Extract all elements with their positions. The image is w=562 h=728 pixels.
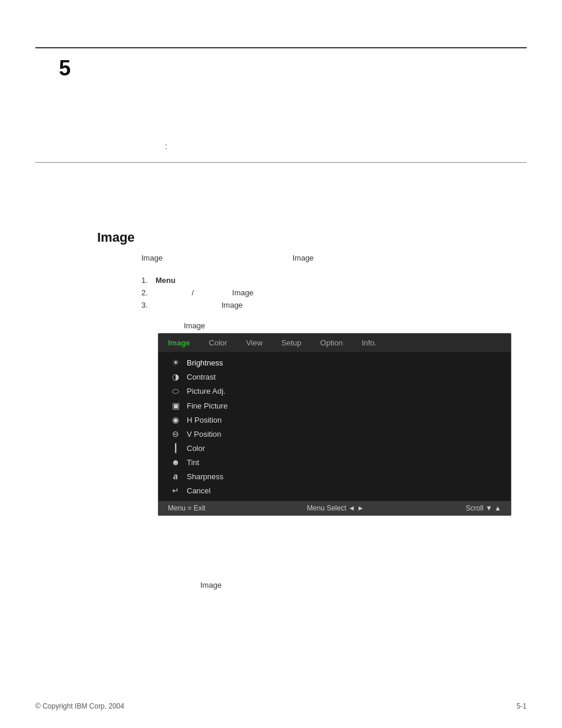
fine-picture-label: Fine Picture xyxy=(187,401,227,410)
osd-caption: Image xyxy=(200,581,222,589)
osd-tab-color[interactable]: Color xyxy=(200,334,237,352)
brightness-label: Brightness xyxy=(187,358,223,367)
hposition-icon: ◉ xyxy=(169,415,182,424)
osd-item-fine-picture[interactable]: ▣ Fine Picture xyxy=(158,398,511,413)
hposition-label: H Position xyxy=(187,416,222,424)
osd-tab-view[interactable]: View xyxy=(237,334,272,352)
osd-container: Image Color View Setup Option Info. ☀ Br… xyxy=(158,333,511,516)
tint-icon: ☻ xyxy=(169,457,182,467)
osd-item-hposition[interactable]: ◉ H Position xyxy=(158,413,511,427)
sharpness-icon: a xyxy=(169,472,182,481)
step-2-text: / Image xyxy=(156,288,332,297)
desc-prefix: Image xyxy=(141,253,163,262)
osd-item-sharpness[interactable]: a Sharpness xyxy=(158,469,511,483)
contrast-label: Contrast xyxy=(187,373,216,381)
color-icon: ┃ xyxy=(169,443,182,453)
osd-item-cancel[interactable]: ↵ Cancel xyxy=(158,483,511,498)
page-number: 5-1 xyxy=(517,702,527,710)
sharpness-label: Sharpness xyxy=(187,472,223,481)
osd-tab-info[interactable]: Info. xyxy=(352,334,386,352)
footer: © Copyright IBM Corp. 2004 5-1 xyxy=(35,702,527,710)
chapter-number: 5 xyxy=(59,56,71,81)
colon-label: : xyxy=(165,141,167,151)
desc-suffix: Image xyxy=(292,253,313,262)
fine-picture-icon: ▣ xyxy=(169,401,182,410)
picture-adj-label: Picture Adj. xyxy=(187,387,226,396)
statusbar-right: Scroll ▼ ▲ xyxy=(466,504,501,512)
osd-item-color[interactable]: ┃ Color xyxy=(158,441,511,455)
osd-items: ☀ Brightness ◑ Contrast ⬭ Picture Adj. ▣… xyxy=(158,352,511,501)
step-3-num: 3. xyxy=(141,301,156,309)
step-1: 1. Menu xyxy=(141,276,332,285)
step-3-text: Image xyxy=(156,301,322,309)
steps-container: 1. Menu 2. / Image 3. I xyxy=(141,276,332,313)
osd-item-vposition[interactable]: ⊖ V Position xyxy=(158,427,511,441)
top-rule xyxy=(35,47,527,48)
osd-item-brightness[interactable]: ☀ Brightness xyxy=(158,355,511,370)
desc-line1: Image Image xyxy=(141,253,314,262)
osd-item-tint[interactable]: ☻ Tint xyxy=(158,455,511,469)
contrast-icon: ◑ xyxy=(169,372,182,381)
brightness-icon: ☀ xyxy=(169,358,182,367)
step-3: 3. Image xyxy=(141,301,332,309)
cancel-label: Cancel xyxy=(187,486,210,495)
step-1-num: 1. xyxy=(141,276,156,285)
osd-tab-option[interactable]: Option xyxy=(311,334,352,352)
step-2: 2. / Image xyxy=(141,288,332,297)
osd-tab-setup[interactable]: Setup xyxy=(272,334,311,352)
tint-label: Tint xyxy=(187,458,199,467)
vposition-label: V Position xyxy=(187,430,222,439)
statusbar-center: Menu Select ◄ ► xyxy=(307,504,364,512)
submenu-label: Image xyxy=(184,321,205,330)
second-rule xyxy=(35,162,527,163)
osd-tab-image[interactable]: Image xyxy=(158,334,200,352)
step-2-num: 2. xyxy=(141,288,156,297)
color-label: Color xyxy=(187,444,205,453)
osd-statusbar: Menu = Exit Menu Select ◄ ► Scroll ▼ ▲ xyxy=(158,501,511,515)
copyright: © Copyright IBM Corp. 2004 xyxy=(35,702,124,710)
statusbar-left: Menu = Exit xyxy=(168,504,206,512)
picture-adj-icon: ⬭ xyxy=(169,386,182,396)
osd-tabs: Image Color View Setup Option Info. xyxy=(158,334,511,352)
osd-item-contrast[interactable]: ◑ Contrast xyxy=(158,370,511,384)
step-1-text: Menu xyxy=(156,276,176,285)
page-container: 5 : Image Image Image 1. Menu 2. xyxy=(0,0,562,728)
cancel-icon: ↵ xyxy=(169,486,182,495)
vposition-icon: ⊖ xyxy=(169,429,182,439)
osd-item-picture-adj[interactable]: ⬭ Picture Adj. xyxy=(158,384,511,398)
section-title: Image xyxy=(97,230,135,245)
